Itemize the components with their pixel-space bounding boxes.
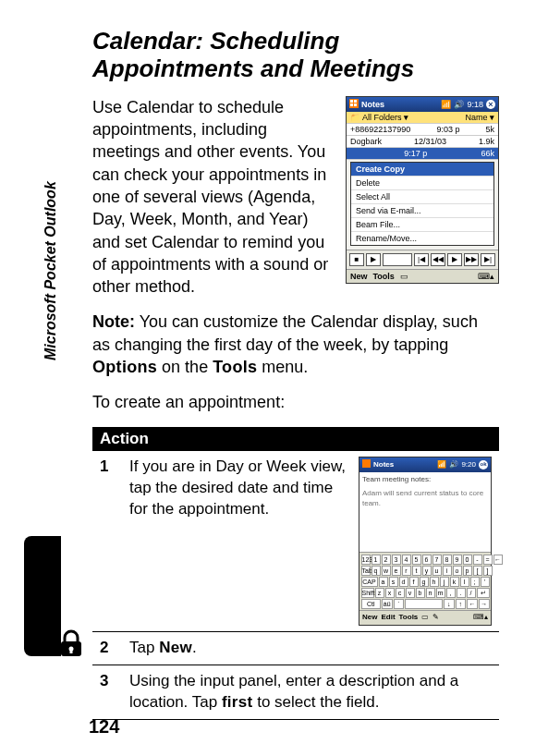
folder-row: 📁 All Folders ▾ Name ▾ <box>347 112 498 124</box>
play-icon[interactable]: ▶ <box>447 253 462 266</box>
kbd-row: Shiftzxcvbnm,./↵ <box>360 587 490 598</box>
speaker-icon: 🔊 <box>449 460 458 470</box>
new-label: New <box>159 639 192 656</box>
step-text: Using the input panel, enter a descripti… <box>129 665 499 720</box>
menu-item-beam-file[interactable]: Beam File... <box>351 218 493 232</box>
stop-icon[interactable]: ■ <box>349 253 364 266</box>
next-icon[interactable]: ▶| <box>481 253 495 266</box>
note-text-2: on the <box>157 358 213 376</box>
file-time: 12/31/03 <box>414 137 446 146</box>
options-label: Options <box>92 358 157 376</box>
first-label: first <box>222 693 253 711</box>
signal-icon: 📶 <box>441 100 451 109</box>
app-title: Notes <box>373 460 394 470</box>
note-paragraph: Note: You can customize the Calendar dis… <box>92 311 499 378</box>
signal-icon: 📶 <box>437 460 446 470</box>
step-text-part: . <box>192 639 197 656</box>
heading: Calendar: Scheduling Appointments and Me… <box>92 28 499 83</box>
step-text: If you are in Day or Week view, tap the … <box>129 457 349 627</box>
svg-rect-8 <box>362 459 371 468</box>
menu-item-send-email[interactable]: Send via E-mail... <box>351 204 493 218</box>
note-label: Note: <box>92 312 135 331</box>
clock-text: 9:20 <box>461 460 476 470</box>
softkey-tools[interactable]: Tools <box>399 613 419 623</box>
context-menu: Create Copy Delete Select All Send via E… <box>350 162 494 246</box>
ok-icon[interactable]: ok <box>479 460 488 469</box>
note-text-1: You can customize the Calendar display, … <box>92 312 478 353</box>
soft-keyboard[interactable]: 1231234567890-=← Tabqwertyuiop[] CAPasdf… <box>359 552 491 610</box>
softkey-edit[interactable]: Edit <box>381 613 395 623</box>
player-controls: ■ ▶ |◀ ◀◀ ▶ ▶▶ ▶| <box>347 250 498 269</box>
softkey-new[interactable]: New <box>362 613 377 623</box>
forward-icon[interactable]: ▶▶ <box>464 253 479 266</box>
svg-rect-7 <box>354 104 357 106</box>
tools-label: Tools <box>213 358 257 376</box>
file-size: 5k <box>485 125 494 134</box>
table-header-empty <box>460 427 499 451</box>
menu-item-select-all[interactable]: Select All <box>351 190 493 204</box>
app-title: Notes <box>361 100 384 109</box>
lock-icon <box>55 628 87 660</box>
record-icon[interactable]: ▶ <box>366 253 381 266</box>
step-text-part: Tap <box>129 639 159 656</box>
progress-bar <box>383 253 412 266</box>
table-row: 3 Using the input panel, enter a descrip… <box>92 665 499 720</box>
file-row: +886922137990 9:03 p 5k <box>347 124 498 136</box>
sip-icon[interactable]: ⌨▴ <box>478 272 494 281</box>
softkey-tools[interactable]: Tools <box>373 272 395 281</box>
page-number: 124 <box>89 716 119 738</box>
sip-icon[interactable]: ⌨▴ <box>473 613 488 623</box>
softkey-new[interactable]: New <box>350 272 368 281</box>
step-text-part: to select the field. <box>253 693 380 711</box>
softcassette-icon[interactable]: ▭ <box>421 613 429 623</box>
close-icon: × <box>486 100 495 109</box>
titlebar: Notes 📶 🔊 9:18 × <box>347 97 498 112</box>
menu-item-create-copy[interactable]: Create Copy <box>351 163 493 177</box>
clock-text: 9:18 <box>467 100 483 109</box>
doc-body: Adam will send current status to core te… <box>362 489 488 509</box>
kbd-row: Tabqwertyuiop[] <box>360 565 490 576</box>
document-area[interactable]: Team meeting notes: Adam will send curre… <box>359 472 491 552</box>
prev-icon[interactable]: |◀ <box>414 253 429 266</box>
file-size: 1.9k <box>479 137 494 146</box>
table-header-action: Action <box>92 427 460 451</box>
kbd-row: Ctláü`↓↑←→ <box>360 598 490 609</box>
steps-table: Action 1 If you are in Day or Week view,… <box>92 427 499 720</box>
page: Microsoft Pocket Outlook Calendar: Sched… <box>0 0 536 756</box>
svg-rect-2 <box>70 649 73 653</box>
screenshot-notes-menu: Notes 📶 🔊 9:18 × 📁 All Folders ▾ Name ▾ … <box>346 96 499 284</box>
table-row: 1 If you are in Day or Week view, tap th… <box>92 451 499 632</box>
kbd-row: 1231234567890-=← <box>360 554 490 565</box>
screenshot-notes-editor: Notes 📶 🔊 9:20 ok Team meeting notes: Ad… <box>359 457 492 627</box>
softkey-bar: New Edit Tools ▭ ✎ ⌨▴ <box>359 610 491 625</box>
step-number: 2 <box>92 632 129 665</box>
speaker-icon: 🔊 <box>454 100 464 109</box>
file-row-selected: 9:17 p 66k <box>347 148 498 160</box>
file-name: Dogbark <box>350 137 382 146</box>
pen-icon[interactable]: ✎ <box>432 613 439 623</box>
file-name: +886922137990 <box>350 125 410 134</box>
step-number: 1 <box>92 451 129 632</box>
menu-item-rename-move[interactable]: Rename/Move... <box>351 232 493 245</box>
softcassette-icon[interactable]: ▭ <box>400 272 408 281</box>
svg-rect-6 <box>350 104 353 106</box>
rewind-icon[interactable]: ◀◀ <box>431 253 445 266</box>
start-icon <box>362 459 371 471</box>
step-text: Tap New. <box>129 632 499 665</box>
note-text-3: menu. <box>257 358 308 376</box>
file-time: 9:17 p <box>404 149 427 158</box>
svg-rect-4 <box>350 100 353 103</box>
folder-label: All Folders <box>362 113 402 122</box>
start-icon <box>349 99 359 110</box>
menu-item-delete[interactable]: Delete <box>351 177 493 190</box>
file-row: Dogbark 12/31/03 1.9k <box>347 136 498 148</box>
file-size: 66k <box>481 149 494 158</box>
titlebar: Notes 📶 🔊 9:20 ok <box>359 457 491 473</box>
side-section-label: Microsoft Pocket Outlook <box>43 181 59 360</box>
softkey-bar: New Tools ▭ ⌨▴ <box>347 269 498 283</box>
svg-rect-5 <box>354 100 357 103</box>
lead-in: To create an appointment: <box>92 391 499 413</box>
kbd-row: CAPasdfghjkl;' <box>360 576 490 587</box>
file-time: 9:03 p <box>436 125 459 134</box>
step-number: 3 <box>92 665 129 720</box>
